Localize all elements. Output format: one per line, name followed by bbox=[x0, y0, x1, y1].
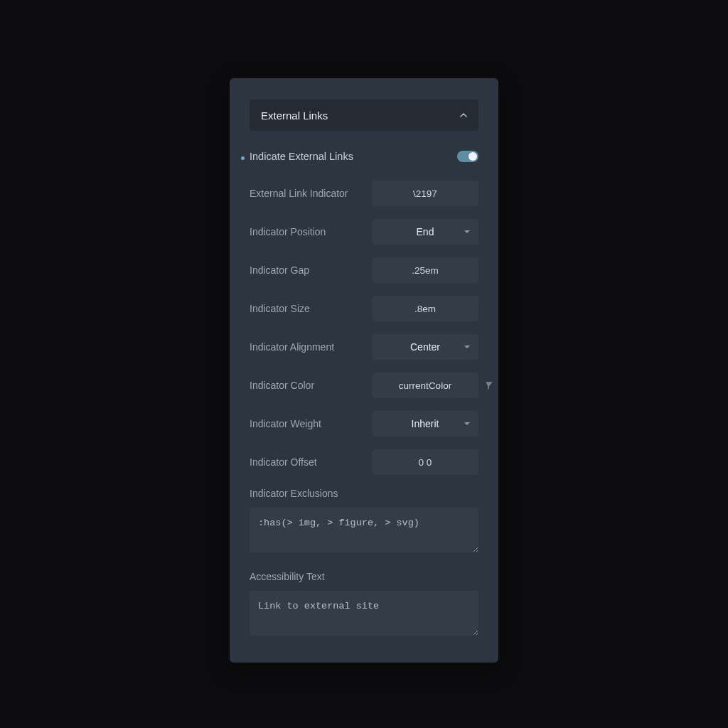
field-label: Indicator Position bbox=[250, 226, 365, 237]
field-label: Indicator Weight bbox=[250, 418, 365, 429]
toggle-knob bbox=[469, 152, 477, 161]
indicator-alignment-row: Indicator Alignment Center bbox=[250, 334, 478, 360]
indicator-offset-input[interactable] bbox=[372, 449, 478, 475]
field-label: Indicator Exclusions bbox=[250, 488, 478, 499]
indicator-size-row: Indicator Size bbox=[250, 296, 478, 321]
select-value: Center bbox=[410, 341, 440, 353]
external-links-panel: External Links Indicate External Links E… bbox=[230, 78, 498, 663]
field-label: Indicator Offset bbox=[250, 456, 365, 468]
caret-down-icon bbox=[464, 230, 470, 233]
indicator-offset-row: Indicator Offset bbox=[250, 449, 478, 475]
select-value: Inherit bbox=[412, 418, 439, 429]
color-picker-icon[interactable] bbox=[484, 380, 494, 390]
caret-down-icon bbox=[464, 346, 470, 348]
accessibility-text-textarea[interactable] bbox=[250, 591, 478, 636]
indicate-external-links-row: Indicate External Links bbox=[250, 151, 478, 162]
indicator-weight-row: Indicator Weight Inherit bbox=[250, 411, 478, 437]
external-link-indicator-row: External Link Indicator bbox=[250, 181, 478, 206]
field-label: Accessibility Text bbox=[250, 571, 478, 582]
chevron-up-icon bbox=[460, 112, 467, 119]
caret-down-icon bbox=[464, 422, 470, 425]
select-value: End bbox=[417, 226, 434, 237]
section-title: External Links bbox=[261, 109, 328, 122]
modified-indicator-dot bbox=[241, 156, 245, 160]
indicator-exclusions-block: Indicator Exclusions bbox=[250, 488, 478, 555]
indicator-gap-row: Indicator Gap bbox=[250, 257, 478, 283]
field-label: Indicator Size bbox=[250, 303, 365, 314]
indicator-size-input[interactable] bbox=[372, 296, 478, 321]
indicate-external-links-toggle[interactable] bbox=[457, 151, 478, 162]
field-label: Indicator Gap bbox=[250, 264, 365, 276]
field-label: Indicator Color bbox=[250, 380, 365, 391]
indicator-color-input[interactable] bbox=[372, 373, 478, 398]
indicator-gap-input[interactable] bbox=[372, 257, 478, 283]
external-link-indicator-input[interactable] bbox=[372, 181, 478, 206]
indicator-weight-select[interactable]: Inherit bbox=[372, 411, 478, 437]
indicator-position-select[interactable]: End bbox=[372, 219, 478, 245]
toggle-label: Indicate External Links bbox=[250, 151, 353, 162]
field-label: Indicator Alignment bbox=[250, 341, 365, 353]
indicator-alignment-select[interactable]: Center bbox=[372, 334, 478, 360]
field-label: External Link Indicator bbox=[250, 188, 365, 199]
accessibility-text-block: Accessibility Text bbox=[250, 571, 478, 638]
indicator-color-row: Indicator Color bbox=[250, 373, 478, 398]
section-header[interactable]: External Links bbox=[250, 100, 478, 131]
indicator-position-row: Indicator Position End bbox=[250, 219, 478, 245]
indicator-exclusions-textarea[interactable] bbox=[250, 508, 478, 552]
